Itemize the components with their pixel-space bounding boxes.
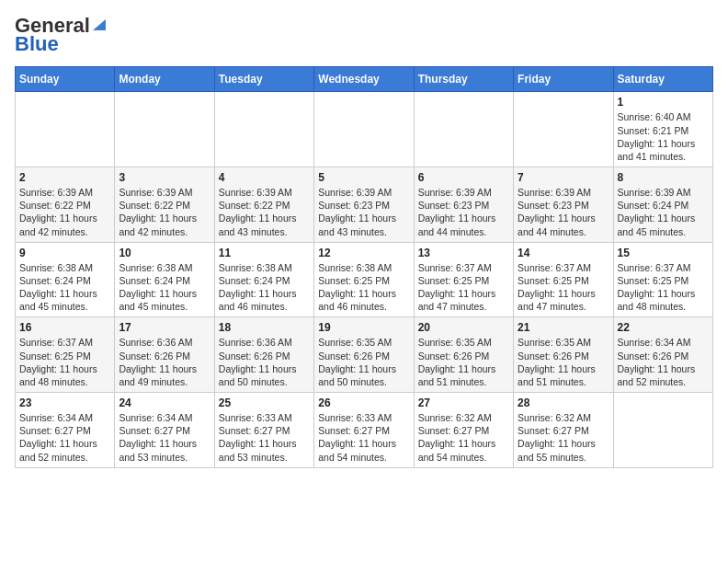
logo-arrow-icon: [91, 16, 108, 32]
svg-marker-0: [93, 19, 106, 30]
day-number: 1: [618, 96, 709, 109]
day-number: 10: [119, 247, 210, 259]
logo-blue-text: Blue: [15, 33, 59, 55]
day-info: Sunrise: 6:34 AM Sunset: 6:26 PM Dayligh…: [618, 336, 709, 388]
day-number: 18: [219, 321, 310, 334]
calendar-cell: [214, 92, 313, 167]
calendar-cell: [613, 393, 712, 468]
calendar-cell: 10Sunrise: 6:38 AM Sunset: 6:24 PM Dayli…: [115, 242, 214, 317]
dow-header: Sunday: [16, 67, 115, 92]
day-number: 22: [618, 321, 709, 334]
day-number: 11: [219, 247, 310, 259]
day-number: 2: [19, 171, 110, 184]
day-number: 15: [618, 247, 709, 259]
day-number: 24: [119, 396, 210, 409]
day-number: 21: [518, 321, 609, 334]
calendar-cell: 20Sunrise: 6:35 AM Sunset: 6:26 PM Dayli…: [414, 317, 513, 393]
calendar-cell: [414, 92, 513, 167]
day-number: 14: [518, 247, 609, 259]
day-info: Sunrise: 6:32 AM Sunset: 6:27 PM Dayligh…: [418, 411, 509, 464]
calendar-cell: 21Sunrise: 6:35 AM Sunset: 6:26 PM Dayli…: [514, 317, 613, 393]
calendar-cell: 5Sunrise: 6:39 AM Sunset: 6:23 PM Daylig…: [314, 167, 414, 243]
calendar-cell: 3Sunrise: 6:39 AM Sunset: 6:22 PM Daylig…: [115, 167, 214, 243]
calendar-cell: [115, 92, 214, 167]
day-info: Sunrise: 6:37 AM Sunset: 6:25 PM Dayligh…: [19, 336, 110, 388]
day-info: Sunrise: 6:39 AM Sunset: 6:22 PM Dayligh…: [219, 186, 310, 238]
calendar-header: SundayMondayTuesdayWednesdayThursdayFrid…: [16, 67, 713, 92]
calendar-cell: 28Sunrise: 6:32 AM Sunset: 6:27 PM Dayli…: [514, 393, 613, 468]
calendar-cell: 25Sunrise: 6:33 AM Sunset: 6:27 PM Dayli…: [214, 393, 313, 468]
day-info: Sunrise: 6:32 AM Sunset: 6:27 PM Dayligh…: [518, 411, 609, 464]
day-info: Sunrise: 6:36 AM Sunset: 6:26 PM Dayligh…: [119, 336, 210, 388]
day-info: Sunrise: 6:38 AM Sunset: 6:25 PM Dayligh…: [318, 261, 409, 314]
calendar-cell: 16Sunrise: 6:37 AM Sunset: 6:25 PM Dayli…: [16, 317, 115, 393]
logo: General Blue: [15, 15, 108, 55]
calendar-cell: 2Sunrise: 6:39 AM Sunset: 6:22 PM Daylig…: [16, 167, 115, 243]
day-number: 6: [418, 171, 509, 184]
calendar-cell: 1Sunrise: 6:40 AM Sunset: 6:21 PM Daylig…: [613, 92, 712, 167]
day-info: Sunrise: 6:39 AM Sunset: 6:22 PM Dayligh…: [19, 186, 110, 238]
day-number: 3: [119, 171, 210, 184]
day-number: 16: [19, 321, 110, 334]
dow-header: Tuesday: [214, 67, 313, 92]
day-info: Sunrise: 6:37 AM Sunset: 6:25 PM Dayligh…: [418, 261, 509, 314]
day-info: Sunrise: 6:34 AM Sunset: 6:27 PM Dayligh…: [19, 411, 110, 464]
day-number: 19: [318, 321, 409, 334]
calendar-cell: [514, 92, 613, 167]
calendar-cell: 24Sunrise: 6:34 AM Sunset: 6:27 PM Dayli…: [115, 393, 214, 468]
day-info: Sunrise: 6:33 AM Sunset: 6:27 PM Dayligh…: [318, 411, 409, 464]
day-number: 4: [219, 171, 310, 184]
calendar-cell: 6Sunrise: 6:39 AM Sunset: 6:23 PM Daylig…: [414, 167, 513, 243]
dow-header: Saturday: [613, 67, 712, 92]
day-number: 9: [19, 247, 110, 259]
day-number: 26: [318, 396, 409, 409]
day-info: Sunrise: 6:40 AM Sunset: 6:21 PM Dayligh…: [618, 110, 709, 163]
calendar-cell: 23Sunrise: 6:34 AM Sunset: 6:27 PM Dayli…: [16, 393, 115, 468]
day-info: Sunrise: 6:35 AM Sunset: 6:26 PM Dayligh…: [518, 336, 609, 388]
day-info: Sunrise: 6:39 AM Sunset: 6:23 PM Dayligh…: [318, 186, 409, 238]
day-info: Sunrise: 6:39 AM Sunset: 6:24 PM Dayligh…: [618, 186, 709, 238]
calendar-cell: 4Sunrise: 6:39 AM Sunset: 6:22 PM Daylig…: [214, 167, 313, 243]
day-number: 7: [518, 171, 609, 184]
calendar-cell: 11Sunrise: 6:38 AM Sunset: 6:24 PM Dayli…: [214, 242, 313, 317]
calendar-cell: 7Sunrise: 6:39 AM Sunset: 6:23 PM Daylig…: [514, 167, 613, 243]
calendar-cell: 22Sunrise: 6:34 AM Sunset: 6:26 PM Dayli…: [613, 317, 712, 393]
day-number: 28: [518, 396, 609, 409]
day-number: 12: [318, 247, 409, 259]
day-number: 27: [418, 396, 509, 409]
day-info: Sunrise: 6:33 AM Sunset: 6:27 PM Dayligh…: [219, 411, 310, 464]
calendar-cell: 14Sunrise: 6:37 AM Sunset: 6:25 PM Dayli…: [514, 242, 613, 317]
day-info: Sunrise: 6:38 AM Sunset: 6:24 PM Dayligh…: [119, 261, 210, 314]
dow-header: Friday: [514, 67, 613, 92]
calendar-cell: 18Sunrise: 6:36 AM Sunset: 6:26 PM Dayli…: [214, 317, 313, 393]
day-info: Sunrise: 6:39 AM Sunset: 6:23 PM Dayligh…: [518, 186, 609, 238]
page-header: General Blue: [15, 15, 713, 55]
day-info: Sunrise: 6:38 AM Sunset: 6:24 PM Dayligh…: [19, 261, 110, 314]
day-info: Sunrise: 6:38 AM Sunset: 6:24 PM Dayligh…: [219, 261, 310, 314]
calendar-cell: 17Sunrise: 6:36 AM Sunset: 6:26 PM Dayli…: [115, 317, 214, 393]
day-info: Sunrise: 6:35 AM Sunset: 6:26 PM Dayligh…: [318, 336, 409, 388]
calendar-cell: [16, 92, 115, 167]
day-info: Sunrise: 6:39 AM Sunset: 6:23 PM Dayligh…: [418, 186, 509, 238]
day-info: Sunrise: 6:37 AM Sunset: 6:25 PM Dayligh…: [618, 261, 709, 314]
day-number: 8: [618, 171, 709, 184]
day-info: Sunrise: 6:39 AM Sunset: 6:22 PM Dayligh…: [119, 186, 210, 238]
calendar-cell: 15Sunrise: 6:37 AM Sunset: 6:25 PM Dayli…: [613, 242, 712, 317]
day-number: 23: [19, 396, 110, 409]
dow-header: Monday: [115, 67, 214, 92]
day-info: Sunrise: 6:35 AM Sunset: 6:26 PM Dayligh…: [418, 336, 509, 388]
dow-header: Wednesday: [314, 67, 414, 92]
day-number: 5: [318, 171, 409, 184]
day-info: Sunrise: 6:34 AM Sunset: 6:27 PM Dayligh…: [119, 411, 210, 464]
day-number: 13: [418, 247, 509, 259]
calendar-cell: 26Sunrise: 6:33 AM Sunset: 6:27 PM Dayli…: [314, 393, 414, 468]
day-number: 20: [418, 321, 509, 334]
dow-header: Thursday: [414, 67, 513, 92]
day-number: 25: [219, 396, 310, 409]
calendar-cell: 13Sunrise: 6:37 AM Sunset: 6:25 PM Dayli…: [414, 242, 513, 317]
calendar-cell: 9Sunrise: 6:38 AM Sunset: 6:24 PM Daylig…: [16, 242, 115, 317]
day-number: 17: [119, 321, 210, 334]
calendar-table: SundayMondayTuesdayWednesdayThursdayFrid…: [15, 66, 713, 467]
day-info: Sunrise: 6:37 AM Sunset: 6:25 PM Dayligh…: [518, 261, 609, 314]
calendar-cell: 27Sunrise: 6:32 AM Sunset: 6:27 PM Dayli…: [414, 393, 513, 468]
